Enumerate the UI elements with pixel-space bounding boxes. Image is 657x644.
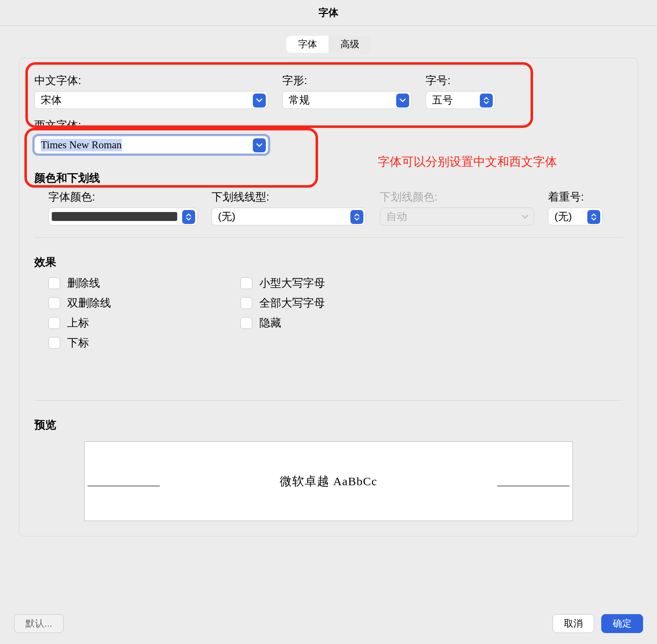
font-style-value: 常规 bbox=[289, 93, 310, 107]
western-font-select[interactable]: Times New Roman bbox=[34, 136, 268, 154]
checkbox-all-caps[interactable]: 全部大写字母 bbox=[240, 296, 325, 311]
western-font-value: Times New Roman bbox=[41, 139, 122, 151]
effects-header: 效果 bbox=[34, 243, 623, 274]
button-label: 取消 bbox=[564, 617, 583, 630]
stepper-icon bbox=[587, 210, 600, 224]
checkbox-label: 双删除线 bbox=[67, 296, 111, 311]
checkbox-label: 上标 bbox=[67, 316, 89, 330]
tab-advanced-label: 高级 bbox=[340, 38, 359, 51]
button-label: 确定 bbox=[613, 617, 632, 630]
chevron-down-icon bbox=[396, 94, 409, 107]
cancel-button[interactable]: 取消 bbox=[552, 614, 594, 633]
font-color-select[interactable] bbox=[48, 208, 198, 225]
preview-header: 预览 bbox=[34, 406, 623, 436]
checkbox-box bbox=[48, 277, 60, 289]
preview-box: 微软卓越 AaBbCc bbox=[84, 441, 573, 521]
checkbox-label: 全部大写字母 bbox=[259, 296, 325, 311]
chevron-down-icon bbox=[253, 94, 266, 107]
chevron-down-icon bbox=[253, 138, 266, 152]
font-style-label: 字形: bbox=[282, 73, 412, 88]
font-color-label: 字体颜色: bbox=[48, 190, 198, 205]
font-dialog: 字体 字体 高级 字体可以分别设置中文和西文字体 中文字体: 宋体 bbox=[0, 0, 657, 644]
checkbox-box bbox=[48, 337, 60, 349]
checkbox-strikethrough[interactable]: 删除线 bbox=[48, 276, 111, 291]
underline-style-label: 下划线线型: bbox=[212, 190, 366, 205]
chinese-font-value: 宋体 bbox=[41, 93, 62, 107]
checkbox-box bbox=[240, 317, 252, 329]
ok-button[interactable]: 确定 bbox=[601, 614, 643, 633]
checkbox-label: 小型大写字母 bbox=[259, 276, 325, 291]
stepper-icon bbox=[480, 94, 493, 107]
tabs-row: 字体 高级 bbox=[0, 26, 657, 58]
button-label: 默认... bbox=[25, 617, 52, 630]
font-panel: 字体可以分别设置中文和西文字体 中文字体: 宋体 字形: 常规 bbox=[19, 58, 638, 537]
emphasis-mark-select[interactable]: (无) bbox=[548, 208, 603, 225]
emphasis-mark-value: (无) bbox=[554, 210, 572, 223]
checkbox-box bbox=[240, 297, 252, 309]
tab-advanced[interactable]: 高级 bbox=[328, 36, 371, 53]
annotation-text: 字体可以分别设置中文和西文字体 bbox=[378, 154, 557, 170]
checkbox-label: 下标 bbox=[67, 335, 89, 350]
underline-style-select[interactable]: (无) bbox=[212, 208, 366, 225]
checkbox-hidden[interactable]: 隐藏 bbox=[240, 316, 325, 330]
checkbox-small-caps[interactable]: 小型大写字母 bbox=[240, 276, 325, 291]
checkbox-label: 隐藏 bbox=[259, 316, 281, 330]
western-font-label: 西文字体: bbox=[34, 118, 623, 133]
preview-baseline bbox=[497, 486, 569, 486]
tab-font[interactable]: 字体 bbox=[286, 36, 328, 53]
checkbox-box bbox=[240, 277, 252, 289]
stepper-icon bbox=[350, 210, 363, 224]
checkbox-double-strikethrough[interactable]: 双删除线 bbox=[48, 296, 111, 311]
checkbox-box bbox=[48, 317, 60, 329]
font-size-select[interactable]: 五号 bbox=[426, 91, 495, 109]
tab-segmented-control: 字体 高级 bbox=[286, 36, 371, 53]
window-title: 字体 bbox=[319, 6, 338, 19]
color-swatch bbox=[52, 212, 177, 221]
font-size-value: 五号 bbox=[432, 93, 453, 107]
effects-right-column: 小型大写字母 全部大写字母 隐藏 bbox=[240, 276, 325, 350]
underline-color-select: 自动 bbox=[380, 208, 534, 225]
underline-style-value: (无) bbox=[218, 210, 235, 223]
font-style-select[interactable]: 常规 bbox=[282, 91, 412, 109]
font-size-label: 字号: bbox=[426, 73, 495, 88]
checkbox-subscript[interactable]: 下标 bbox=[48, 335, 111, 350]
preview-text: 微软卓越 AaBbCc bbox=[280, 473, 377, 489]
dialog-footer: 默认... 取消 确定 bbox=[0, 603, 657, 644]
titlebar: 字体 bbox=[0, 0, 657, 26]
preview-baseline bbox=[88, 486, 160, 486]
default-button[interactable]: 默认... bbox=[14, 614, 64, 633]
chinese-font-select[interactable]: 宋体 bbox=[34, 91, 268, 109]
checkbox-label: 删除线 bbox=[67, 276, 100, 291]
checkbox-box bbox=[48, 297, 60, 309]
chinese-font-label: 中文字体: bbox=[34, 73, 268, 88]
chevron-down-icon bbox=[519, 210, 532, 224]
underline-color-value: 自动 bbox=[386, 210, 407, 223]
emphasis-mark-label: 着重号: bbox=[548, 190, 603, 205]
stepper-icon bbox=[182, 210, 195, 224]
tab-font-label: 字体 bbox=[298, 38, 317, 51]
checkbox-superscript[interactable]: 上标 bbox=[48, 316, 111, 330]
effects-left-column: 删除线 双删除线 上标 下标 bbox=[48, 276, 111, 350]
underline-color-label: 下划线颜色: bbox=[380, 190, 534, 205]
